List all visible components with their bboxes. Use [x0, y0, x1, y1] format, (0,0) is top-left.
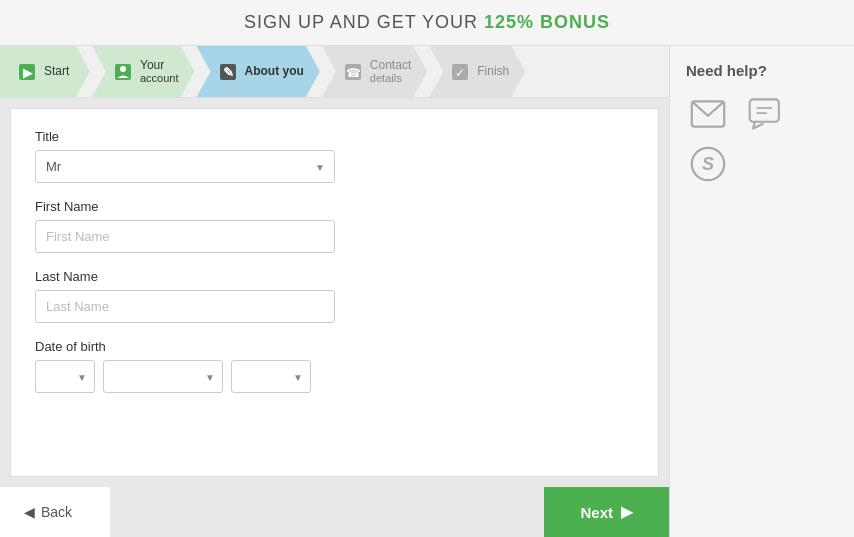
- last-name-group: Last Name: [35, 269, 634, 323]
- page-header: SIGN UP AND GET YOUR 125% BONUS: [0, 0, 854, 46]
- footer-bar: ◀ Back Next ▶: [0, 487, 669, 537]
- step-account-label: Your: [140, 58, 179, 72]
- dob-month-select[interactable]: JanuaryFebruaryMarch AprilMayJune JulyAu…: [103, 360, 223, 393]
- form-container: Title Mr Mrs Ms Miss Dr First Name: [10, 108, 659, 477]
- last-name-input[interactable]: [35, 290, 335, 323]
- help-title: Need help?: [686, 62, 838, 79]
- dob-row: 12345 678910 1112131415 1617181920 21222…: [35, 360, 634, 393]
- step-account-text: Your account: [140, 58, 179, 86]
- help-row-1: [686, 95, 838, 133]
- step-finish[interactable]: ✓ Finish: [429, 46, 525, 97]
- back-button[interactable]: ◀ Back: [0, 487, 110, 537]
- back-label: Back: [41, 504, 72, 520]
- svg-text:✓: ✓: [455, 66, 465, 80]
- step-about-text: About you: [245, 64, 304, 78]
- step-account-sublabel: account: [140, 72, 179, 85]
- sidebar: Need help?: [669, 46, 854, 537]
- next-button[interactable]: Next ▶: [544, 487, 669, 537]
- step-finish-label: Finish: [477, 64, 509, 78]
- step-about-label: About you: [245, 64, 304, 78]
- dob-label: Date of birth: [35, 339, 634, 354]
- title-prefix: SIGN UP AND GET YOUR: [244, 12, 484, 32]
- account-icon: [112, 61, 134, 83]
- stepper: ▶ Start Your account: [0, 46, 669, 98]
- svg-rect-11: [750, 99, 779, 121]
- svg-text:✎: ✎: [222, 65, 233, 80]
- title-label: Title: [35, 129, 634, 144]
- next-arrow-icon: ▶: [621, 503, 633, 521]
- skype-icon[interactable]: S: [686, 145, 730, 183]
- content-area: ▶ Start Your account: [0, 46, 669, 537]
- svg-point-3: [120, 66, 126, 72]
- back-arrow-icon: ◀: [24, 504, 35, 520]
- dob-group: Date of birth 12345 678910 1112131415 16…: [35, 339, 634, 393]
- step-contact-text: Contact details: [370, 58, 411, 86]
- email-icon[interactable]: [686, 95, 730, 133]
- main-layout: ▶ Start Your account: [0, 46, 854, 537]
- step-start-text: Start: [44, 64, 69, 78]
- help-icons: S: [686, 95, 838, 183]
- next-label: Next: [580, 504, 613, 521]
- svg-text:☎: ☎: [345, 66, 360, 80]
- title-bonus: 125% BONUS: [484, 12, 610, 32]
- svg-text:S: S: [702, 154, 714, 174]
- finish-icon: ✓: [449, 61, 471, 83]
- page-title: SIGN UP AND GET YOUR 125% BONUS: [0, 12, 854, 33]
- contact-icon: ☎: [342, 61, 364, 83]
- step-start[interactable]: ▶ Start: [0, 46, 90, 97]
- first-name-label: First Name: [35, 199, 634, 214]
- dob-day-wrapper: 12345 678910 1112131415 1617181920 21222…: [35, 360, 95, 393]
- first-name-input[interactable]: [35, 220, 335, 253]
- help-row-2: S: [686, 145, 838, 183]
- last-name-label: Last Name: [35, 269, 634, 284]
- start-icon: ▶: [16, 61, 38, 83]
- dob-day-select[interactable]: 12345 678910 1112131415 1617181920 21222…: [35, 360, 95, 393]
- step-about-you[interactable]: ✎ About you: [197, 46, 320, 97]
- step-your-account[interactable]: Your account: [92, 46, 195, 97]
- title-select-wrapper: Mr Mrs Ms Miss Dr: [35, 150, 335, 183]
- about-icon: ✎: [217, 61, 239, 83]
- step-contact-details[interactable]: ☎ Contact details: [322, 46, 427, 97]
- step-contact-sublabel: details: [370, 72, 411, 85]
- title-group: Title Mr Mrs Ms Miss Dr: [35, 129, 634, 183]
- step-contact-label: Contact: [370, 58, 411, 72]
- dob-year-select[interactable]: 2000199919981990 1985198019751970: [231, 360, 311, 393]
- title-select[interactable]: Mr Mrs Ms Miss Dr: [35, 150, 335, 183]
- dob-month-wrapper: JanuaryFebruaryMarch AprilMayJune JulyAu…: [103, 360, 223, 393]
- svg-text:▶: ▶: [23, 66, 33, 80]
- dob-year-wrapper: 2000199919981990 1985198019751970: [231, 360, 311, 393]
- step-finish-text: Finish: [477, 64, 509, 78]
- chat-icon[interactable]: [744, 95, 788, 133]
- step-start-label: Start: [44, 64, 69, 78]
- first-name-group: First Name: [35, 199, 634, 253]
